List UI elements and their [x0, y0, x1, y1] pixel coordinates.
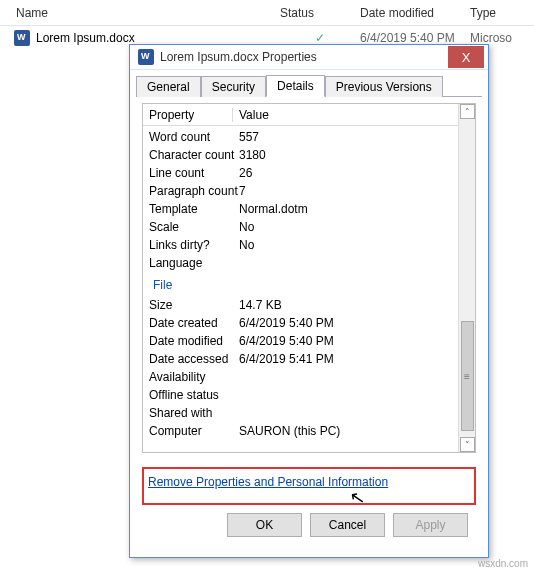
explorer-columns: Name Status Date modified Type [0, 0, 534, 26]
tab-general[interactable]: General [136, 76, 201, 97]
dialog-title: Lorem Ipsum.docx Properties [160, 50, 448, 64]
prop-row[interactable]: Offline status [149, 386, 458, 404]
scrollbar[interactable]: ˄ ≡ ˅ [458, 104, 475, 452]
prop-row[interactable]: Date created6/4/2019 5:40 PM [149, 314, 458, 332]
word-doc-icon [14, 30, 30, 46]
properties-header: Property Value [143, 104, 458, 126]
scroll-track[interactable]: ≡ [460, 119, 475, 437]
header-property[interactable]: Property [143, 108, 233, 122]
tab-security[interactable]: Security [201, 76, 266, 97]
col-type[interactable]: Type [470, 6, 534, 20]
file-name: Lorem Ipsum.docx [36, 31, 135, 45]
cursor-icon: ↖ [348, 486, 367, 510]
prop-row[interactable]: ComputerSAURON (this PC) [149, 422, 458, 440]
prop-row[interactable]: Word count557 [149, 128, 458, 146]
prop-row[interactable]: Paragraph count7 [149, 182, 458, 200]
prop-row[interactable]: Language [149, 254, 458, 272]
prop-row[interactable]: ScaleNo [149, 218, 458, 236]
word-doc-icon [138, 49, 154, 65]
dialog-buttons: OK Cancel Apply [142, 505, 476, 545]
tab-previous-versions[interactable]: Previous Versions [325, 76, 443, 97]
properties-list: Property Value Word count557 Character c… [142, 103, 476, 453]
prop-row[interactable]: Line count26 [149, 164, 458, 182]
prop-row[interactable]: Shared with [149, 404, 458, 422]
close-button[interactable]: X [448, 46, 484, 68]
scroll-down-button[interactable]: ˅ [460, 437, 475, 452]
col-name[interactable]: Name [0, 6, 280, 20]
details-tab-body: Property Value Word count557 Character c… [136, 96, 482, 551]
section-file: File [149, 272, 458, 296]
prop-row[interactable]: TemplateNormal.dotm [149, 200, 458, 218]
header-value[interactable]: Value [233, 108, 458, 122]
sync-status-icon: ✓ [280, 31, 360, 45]
scroll-thumb[interactable]: ≡ [461, 321, 474, 431]
col-date[interactable]: Date modified [360, 6, 470, 20]
cancel-button[interactable]: Cancel [310, 513, 385, 537]
prop-row[interactable]: Size14.7 KB [149, 296, 458, 314]
prop-row[interactable]: Availability [149, 368, 458, 386]
tabstrip: General Security Details Previous Versio… [130, 70, 488, 96]
file-date: 6/4/2019 5:40 PM [360, 31, 470, 45]
file-type: Microso [470, 31, 534, 45]
apply-button[interactable]: Apply [393, 513, 468, 537]
prop-row[interactable]: Date accessed6/4/2019 5:41 PM [149, 350, 458, 368]
col-status[interactable]: Status [280, 6, 360, 20]
titlebar[interactable]: Lorem Ipsum.docx Properties X [130, 45, 488, 70]
ok-button[interactable]: OK [227, 513, 302, 537]
prop-row[interactable]: Date modified6/4/2019 5:40 PM [149, 332, 458, 350]
remove-properties-highlight: Remove Properties and Personal Informati… [142, 467, 476, 505]
close-icon: X [462, 50, 471, 65]
scroll-up-button[interactable]: ˄ [460, 104, 475, 119]
tab-details[interactable]: Details [266, 75, 325, 97]
prop-row[interactable]: Links dirty?No [149, 236, 458, 254]
watermark: wsxdn.com [478, 558, 528, 569]
prop-row[interactable]: Character count3180 [149, 146, 458, 164]
properties-dialog: Lorem Ipsum.docx Properties X General Se… [129, 44, 489, 558]
